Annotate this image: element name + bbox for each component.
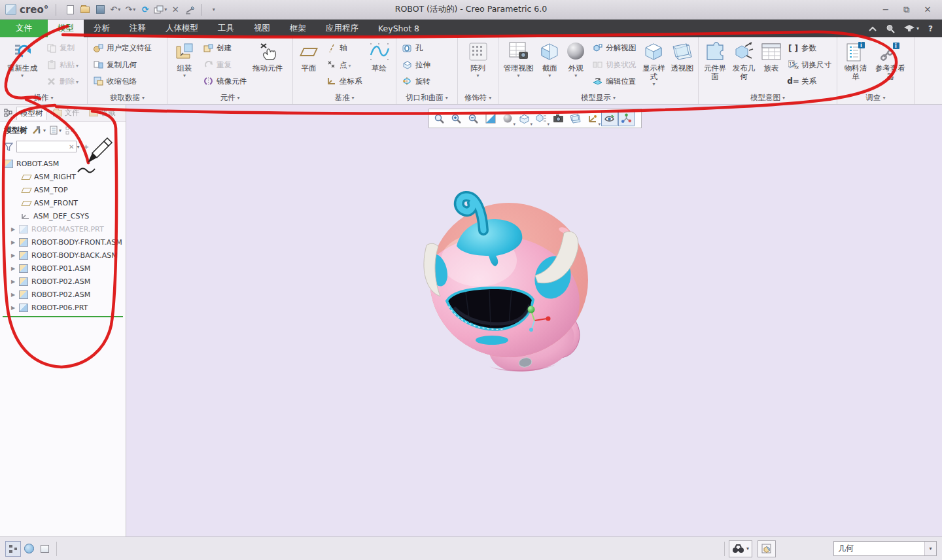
paste-button[interactable]: 粘贴 [44,58,80,72]
shrinkwrap-button[interactable]: 收缩包络 [91,75,154,88]
component-interface-button[interactable]: 元件界面 [701,38,729,92]
shaded-view-button[interactable] [499,111,515,126]
tree-show-button[interactable] [65,126,75,135]
model-tree-toggle-button[interactable] [5,541,21,557]
reference-viewer-button[interactable]: i 参考查看器 [872,38,909,92]
new-file-button[interactable] [63,3,77,16]
expand-arrow-icon[interactable]: ▶ [10,253,16,258]
assemble-button[interactable]: 组装 [169,38,200,92]
copy-geometry-button[interactable]: 复制几何 [91,58,154,72]
expand-arrow-icon[interactable]: ▶ [10,266,16,271]
tree-row-plane[interactable]: ASM_FRONT [0,196,126,209]
appearance-button[interactable]: 外观 [563,38,589,92]
saved-orientations-button[interactable] [533,111,550,126]
filter-add-icon[interactable]: ＋ [82,141,90,152]
windows-button[interactable]: ▾ [154,3,167,16]
tab-model[interactable]: 模型 [48,20,84,37]
view-images-button[interactable] [550,111,567,126]
udf-button[interactable]: 用户定义特征 [91,41,154,55]
pattern-button[interactable]: 阵列 [462,38,494,92]
help-button[interactable]: ? [928,24,933,33]
bom-button[interactable]: i 物料清单 [839,38,872,92]
group-label-component[interactable]: 元件 [169,92,290,104]
tree-row-assembly[interactable]: ▶ROBOT-P02.ASM [0,275,126,288]
edit-position-button[interactable]: 编辑位置 [590,75,638,88]
windows-menu-caret[interactable]: ▾ [164,7,167,12]
filter-menu-caret[interactable]: ▾ [77,144,79,150]
customize-qat-button[interactable]: ▾ [207,3,220,16]
plane-button[interactable]: 平面 [295,38,323,92]
group-label-operations[interactable]: 操作 [2,92,85,104]
collapse-ribbon-button[interactable] [869,26,877,31]
tab-view[interactable]: 视图 [244,20,280,37]
selection-filter-combobox[interactable]: 几何 ▾ [833,541,937,556]
tree-row-part[interactable]: ▶ROBOT-MASTER.PRT [0,222,126,236]
copy-button[interactable]: 复制 [44,41,80,55]
sections-button[interactable]: 截面 [536,38,563,92]
drag-component-button[interactable]: 拖动元件 [250,38,285,92]
tree-row-assembly[interactable]: ▶ROBOT-BODY-FRONT.ASM [0,236,126,249]
zoom-out-button[interactable] [465,111,481,126]
tree-row-csys[interactable]: ASM_DEF_CSYS [0,209,126,222]
tree-row-plane[interactable]: ASM_RIGHT [0,170,126,183]
spin-center-button[interactable] [618,111,635,126]
minimize-button[interactable]: − [877,3,895,16]
regenerate-button[interactable]: 重新生成 [2,38,43,92]
expand-arrow-icon[interactable]: ▶ [10,279,16,285]
filter-funnel-icon[interactable] [3,141,14,152]
point-button[interactable]: 点 [324,58,364,72]
tree-row-assembly[interactable]: ▶ROBOT-P01.ASM [0,262,126,275]
search-tool-button[interactable]: ▾ [729,540,752,557]
tree-filter-input[interactable] [16,141,77,152]
publish-geometry-button[interactable]: 发布几何 [729,38,758,92]
clear-filter-icon[interactable]: ✕ [69,143,74,150]
navigator-tab-folder-browser[interactable]: 文件 [50,107,83,119]
repaint-button[interactable] [482,111,498,126]
group-label-model-display[interactable]: 模型显示 [500,92,696,104]
tab-framework[interactable]: 框架 [280,20,316,37]
refit-button[interactable] [431,111,447,126]
repeat-button[interactable]: 重复 [201,58,249,72]
perspective-view-button[interactable] [567,111,584,126]
web-browser-button[interactable] [21,541,37,557]
expand-arrow-icon[interactable]: ▶ [10,226,16,232]
tab-applications[interactable]: 应用程序 [316,20,368,37]
close-window-button[interactable]: ✕ [169,3,182,16]
command-search-icon[interactable] [886,24,895,33]
close-button[interactable]: ✕ [918,3,937,16]
tree-settings-button[interactable]: ▾ [50,126,61,135]
manage-views-button[interactable]: 管理视图 [500,38,536,92]
group-label-cut-surface[interactable]: 切口和曲面 [398,92,455,104]
tab-tools[interactable]: 工具 [208,20,244,37]
insert-here-locator[interactable] [3,316,123,317]
undo-menu-caret[interactable]: ▾ [118,7,120,12]
tree-row-part[interactable]: ▶ROBOT-P06.PRT [0,301,126,314]
sketch-button[interactable]: 草绘 [366,38,393,92]
mirror-component-button[interactable]: 镜像元件 [201,75,249,88]
tree-row-plane[interactable]: ASM_TOP [0,183,126,196]
regenerate-quick-button[interactable]: ⟳ [139,3,152,16]
create-component-button[interactable]: 创建 [201,41,249,55]
tree-row-assembly[interactable]: ▶ROBOT-P02.ASM [0,288,126,301]
tree-row-root[interactable]: ROBOT.ASM [0,157,126,170]
expand-arrow-icon[interactable]: ▶ [10,305,16,311]
redo-menu-caret[interactable]: ▾ [133,7,135,12]
toggle-dimensions-button[interactable]: 15fx 切换尺寸 [786,58,833,72]
tree-tools-button[interactable]: ▾ [31,126,46,135]
annotation-display-button[interactable] [584,111,601,126]
tab-annotate[interactable]: 注释 [120,20,156,37]
axis-button[interactable]: 轴 [324,41,364,55]
group-label-get-data[interactable]: 获取数据 [90,92,165,104]
expand-arrow-icon[interactable]: ▶ [10,292,16,298]
zoom-in-button[interactable] [448,111,464,126]
selection-filter-caret[interactable]: ▾ [924,542,936,555]
navigator-tab-model-tree[interactable]: 模型树 [16,107,47,120]
redo-button[interactable]: ↷▾ [124,3,137,16]
hole-button[interactable]: 孔 [400,41,432,55]
parameters-button[interactable]: [ ] 参数 [786,41,833,55]
tree-row-assembly[interactable]: ▶ROBOT-BODY-BACK.ASM [0,249,126,262]
group-label-investigate[interactable]: 调查 [839,92,912,104]
display-style-button[interactable]: 显示样式 [639,38,668,92]
relations-button[interactable]: d= 关系 [786,75,833,88]
navigator-toggle-icon[interactable] [3,107,14,118]
